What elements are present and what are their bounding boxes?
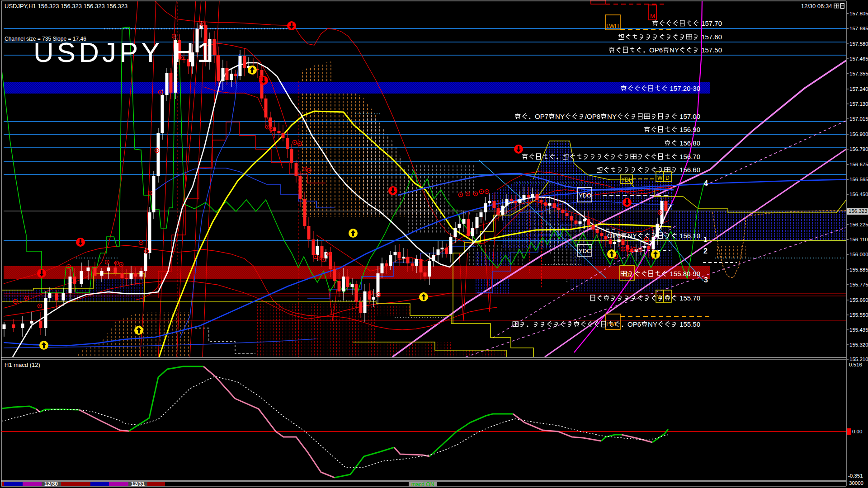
svg-text:155.660: 155.660 [849,297,868,303]
svg-text:157.70: 157.70 [699,19,722,27]
svg-text:12/30: 12/30 [44,481,58,487]
svg-text:157.015: 157.015 [849,116,868,122]
svg-text:156.110: 156.110 [849,237,868,242]
svg-text:156.60: 156.60 [678,166,700,174]
svg-text:0.516: 0.516 [849,362,862,367]
svg-text:USDJPY,H1 156.323 156.323 156: USDJPY,H1 156.323 156.323 156.323 156.32… [5,3,127,9]
svg-text:0.00: 0.00 [852,429,862,434]
svg-text:-0.351: -0.351 [848,473,863,479]
svg-text:156.675: 156.675 [849,162,868,167]
svg-text:155.70: 155.70 [678,294,700,302]
svg-text:OP6: OP6 [649,46,663,54]
svg-text:157.00: 157.00 [678,113,700,120]
svg-text:156.900: 156.900 [849,131,868,137]
svg-text:156.000: 156.000 [849,252,868,257]
svg-text:157.805: 157.805 [849,11,868,16]
svg-text:H1 macd (12): H1 macd (12) [5,361,40,368]
svg-text:NY: NY [627,232,637,239]
svg-text:2: 2 [703,247,708,255]
svg-text:155.435: 155.435 [849,327,868,333]
svg-text:/OP8: /OP8 [585,113,600,120]
svg-text:156.90: 156.90 [678,126,700,133]
svg-text:YDO: YDO [579,192,591,199]
svg-text:12/30 06:34: 12/30 06:34 [801,3,834,9]
svg-text:NY: NY [670,46,679,54]
svg-text:156.80: 156.80 [678,139,700,147]
svg-text:155.775: 155.775 [849,282,868,287]
svg-text:OP6: OP6 [607,232,621,239]
svg-text:YDH: YDH [621,177,632,183]
svg-text:157.50: 157.50 [699,46,722,54]
svg-text:157.60: 157.60 [699,33,722,41]
svg-text:Channel size = 735 Slope = 17.: Channel size = 735 Slope = 17.46 [5,36,86,42]
svg-text:156.70: 156.70 [678,153,700,160]
svg-text:W: W [657,175,663,181]
svg-text:NY: NY [648,320,657,328]
svg-text:157.465: 157.465 [849,56,868,61]
svg-text:155.80-90: 155.80-90 [668,270,700,277]
svg-text:YDC: YDC [579,248,591,254]
svg-text:156.450: 156.450 [849,192,868,197]
svg-text:NY: NY [555,113,565,120]
svg-text:156.323: 156.323 [849,208,868,214]
svg-text:157.355: 157.355 [849,71,868,76]
svg-text:155.885: 155.885 [849,267,868,272]
svg-text:155.320: 155.320 [849,342,868,347]
svg-text:157.130: 157.130 [849,101,868,107]
svg-text:156.790: 156.790 [849,146,868,152]
svg-text:OP7: OP7 [535,113,548,120]
svg-text:156.10: 156.10 [678,232,700,239]
svg-text:157.20-30: 157.20-30 [668,84,700,92]
svg-text:LWH: LWH [606,23,619,29]
svg-text:157.580: 157.580 [849,41,868,47]
svg-text:155.550: 155.550 [849,312,868,318]
svg-text:155.210: 155.210 [849,357,868,362]
svg-text:30000: 30000 [849,480,863,486]
svg-text:155.50: 155.50 [678,320,700,328]
svg-text:157.695: 157.695 [849,26,868,31]
svg-text:macd ON: macd ON [411,481,434,488]
svg-text:156.225: 156.225 [849,222,868,227]
svg-text:NY: NY [607,113,617,120]
svg-text:157.240: 157.240 [849,86,868,92]
svg-text:3: 3 [704,276,708,284]
svg-text:M: M [650,13,655,19]
svg-text:12/31: 12/31 [131,481,145,487]
svg-text:156.565: 156.565 [849,177,868,182]
svg-text:1: 1 [703,236,708,244]
svg-text:4: 4 [704,179,708,187]
svg-text:D: D [665,175,670,181]
svg-text:OP6: OP6 [627,320,641,328]
